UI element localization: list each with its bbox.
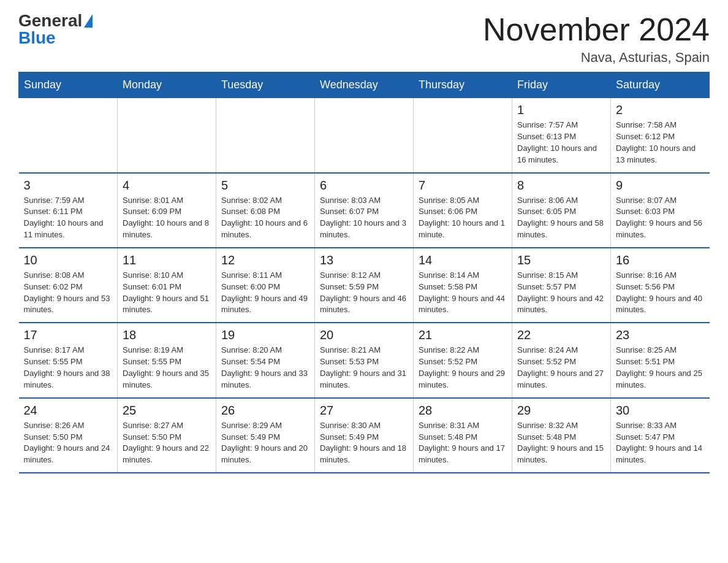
calendar-cell: 1Sunrise: 7:57 AM Sunset: 6:13 PM Daylig… — [512, 98, 611, 173]
day-number: 21 — [419, 328, 507, 342]
day-of-week-header: Monday — [118, 72, 216, 98]
day-info: Sunrise: 8:14 AM Sunset: 5:58 PM Dayligh… — [419, 270, 507, 316]
calendar-week-row: 3Sunrise: 7:59 AM Sunset: 6:11 PM Daylig… — [19, 173, 710, 248]
calendar-cell: 20Sunrise: 8:21 AM Sunset: 5:53 PM Dayli… — [315, 323, 414, 397]
day-number: 15 — [517, 253, 605, 267]
day-info: Sunrise: 8:05 AM Sunset: 6:06 PM Dayligh… — [419, 195, 507, 241]
day-info: Sunrise: 8:29 AM Sunset: 5:49 PM Dayligh… — [221, 420, 309, 466]
day-of-week-header: Wednesday — [315, 72, 414, 98]
day-info: Sunrise: 8:25 AM Sunset: 5:51 PM Dayligh… — [616, 345, 705, 391]
day-number: 19 — [221, 328, 309, 342]
day-info: Sunrise: 7:58 AM Sunset: 6:12 PM Dayligh… — [616, 120, 705, 166]
calendar-cell — [216, 98, 315, 173]
day-number: 24 — [24, 404, 113, 418]
calendar-cell: 25Sunrise: 8:27 AM Sunset: 5:50 PM Dayli… — [118, 398, 216, 473]
calendar-cell: 29Sunrise: 8:32 AM Sunset: 5:48 PM Dayli… — [512, 398, 611, 473]
day-number: 14 — [419, 253, 507, 267]
day-number: 2 — [616, 103, 705, 117]
day-info: Sunrise: 8:12 AM Sunset: 5:59 PM Dayligh… — [320, 270, 408, 316]
calendar-cell: 28Sunrise: 8:31 AM Sunset: 5:48 PM Dayli… — [414, 398, 512, 473]
day-info: Sunrise: 8:17 AM Sunset: 5:55 PM Dayligh… — [24, 345, 113, 391]
calendar-cell: 6Sunrise: 8:03 AM Sunset: 6:07 PM Daylig… — [315, 173, 414, 248]
day-info: Sunrise: 8:07 AM Sunset: 6:03 PM Dayligh… — [616, 195, 705, 241]
calendar-cell: 15Sunrise: 8:15 AM Sunset: 5:57 PM Dayli… — [512, 248, 611, 323]
calendar-cell: 21Sunrise: 8:22 AM Sunset: 5:52 PM Dayli… — [414, 323, 512, 397]
page-header: General Blue November 2024 Nava, Asturia… — [18, 12, 710, 66]
day-info: Sunrise: 8:11 AM Sunset: 6:00 PM Dayligh… — [221, 270, 309, 316]
calendar-cell: 17Sunrise: 8:17 AM Sunset: 5:55 PM Dayli… — [19, 323, 118, 397]
day-of-week-header: Sunday — [19, 72, 118, 98]
day-info: Sunrise: 8:10 AM Sunset: 6:01 PM Dayligh… — [123, 270, 211, 316]
day-info: Sunrise: 8:08 AM Sunset: 6:02 PM Dayligh… — [24, 270, 113, 316]
calendar-cell: 4Sunrise: 8:01 AM Sunset: 6:09 PM Daylig… — [118, 173, 216, 248]
calendar-cell — [414, 98, 512, 173]
day-number: 17 — [24, 328, 113, 342]
calendar-cell: 13Sunrise: 8:12 AM Sunset: 5:59 PM Dayli… — [315, 248, 414, 323]
calendar-cell: 11Sunrise: 8:10 AM Sunset: 6:01 PM Dayli… — [118, 248, 216, 323]
day-info: Sunrise: 8:16 AM Sunset: 5:56 PM Dayligh… — [616, 270, 705, 316]
day-number: 8 — [517, 178, 605, 193]
day-number: 28 — [419, 404, 507, 418]
day-info: Sunrise: 8:21 AM Sunset: 5:53 PM Dayligh… — [320, 345, 408, 391]
days-of-week-row: SundayMondayTuesdayWednesdayThursdayFrid… — [19, 72, 710, 98]
day-number: 12 — [221, 253, 309, 267]
day-number: 30 — [616, 404, 705, 418]
day-number: 25 — [123, 404, 211, 418]
calendar-week-row: 24Sunrise: 8:26 AM Sunset: 5:50 PM Dayli… — [19, 398, 710, 473]
calendar-week-row: 1Sunrise: 7:57 AM Sunset: 6:13 PM Daylig… — [19, 98, 710, 173]
calendar-body: 1Sunrise: 7:57 AM Sunset: 6:13 PM Daylig… — [19, 98, 710, 473]
day-number: 22 — [517, 328, 605, 342]
title-block: November 2024 Nava, Asturias, Spain — [483, 12, 710, 66]
day-of-week-header: Saturday — [611, 72, 710, 98]
calendar-cell: 24Sunrise: 8:26 AM Sunset: 5:50 PM Dayli… — [19, 398, 118, 473]
calendar-week-row: 17Sunrise: 8:17 AM Sunset: 5:55 PM Dayli… — [19, 323, 710, 397]
calendar-cell: 23Sunrise: 8:25 AM Sunset: 5:51 PM Dayli… — [611, 323, 710, 397]
day-number: 26 — [221, 404, 309, 418]
day-of-week-header: Friday — [512, 72, 611, 98]
day-number: 16 — [616, 253, 705, 267]
day-info: Sunrise: 8:27 AM Sunset: 5:50 PM Dayligh… — [123, 420, 211, 466]
page-subtitle: Nava, Asturias, Spain — [483, 50, 710, 66]
day-info: Sunrise: 8:26 AM Sunset: 5:50 PM Dayligh… — [24, 420, 113, 466]
day-info: Sunrise: 7:57 AM Sunset: 6:13 PM Dayligh… — [517, 120, 605, 166]
day-number: 11 — [123, 253, 211, 267]
calendar-cell: 26Sunrise: 8:29 AM Sunset: 5:49 PM Dayli… — [216, 398, 315, 473]
calendar-cell: 8Sunrise: 8:06 AM Sunset: 6:05 PM Daylig… — [512, 173, 611, 248]
day-info: Sunrise: 8:15 AM Sunset: 5:57 PM Dayligh… — [517, 270, 605, 316]
day-number: 1 — [517, 103, 605, 117]
calendar-cell: 30Sunrise: 8:33 AM Sunset: 5:47 PM Dayli… — [611, 398, 710, 473]
calendar-cell: 5Sunrise: 8:02 AM Sunset: 6:08 PM Daylig… — [216, 173, 315, 248]
calendar-cell — [19, 98, 118, 173]
day-info: Sunrise: 8:19 AM Sunset: 5:55 PM Dayligh… — [123, 345, 211, 391]
calendar-cell: 27Sunrise: 8:30 AM Sunset: 5:49 PM Dayli… — [315, 398, 414, 473]
day-info: Sunrise: 8:02 AM Sunset: 6:08 PM Dayligh… — [221, 195, 309, 241]
logo-general-text: General — [18, 12, 82, 29]
calendar-cell: 18Sunrise: 8:19 AM Sunset: 5:55 PM Dayli… — [118, 323, 216, 397]
day-info: Sunrise: 8:06 AM Sunset: 6:05 PM Dayligh… — [517, 195, 605, 241]
calendar-cell: 7Sunrise: 8:05 AM Sunset: 6:06 PM Daylig… — [414, 173, 512, 248]
calendar-week-row: 10Sunrise: 8:08 AM Sunset: 6:02 PM Dayli… — [19, 248, 710, 323]
day-info: Sunrise: 8:32 AM Sunset: 5:48 PM Dayligh… — [517, 420, 605, 466]
logo-blue-text: Blue — [18, 29, 56, 47]
day-of-week-header: Tuesday — [216, 72, 315, 98]
day-number: 29 — [517, 404, 605, 418]
day-info: Sunrise: 8:31 AM Sunset: 5:48 PM Dayligh… — [419, 420, 507, 466]
day-number: 6 — [320, 178, 408, 193]
day-number: 9 — [616, 178, 705, 193]
day-info: Sunrise: 8:03 AM Sunset: 6:07 PM Dayligh… — [320, 195, 408, 241]
day-info: Sunrise: 8:22 AM Sunset: 5:52 PM Dayligh… — [419, 345, 507, 391]
day-info: Sunrise: 8:20 AM Sunset: 5:54 PM Dayligh… — [221, 345, 309, 391]
day-number: 18 — [123, 328, 211, 342]
day-of-week-header: Thursday — [414, 72, 512, 98]
day-info: Sunrise: 7:59 AM Sunset: 6:11 PM Dayligh… — [24, 195, 113, 241]
calendar-cell: 9Sunrise: 8:07 AM Sunset: 6:03 PM Daylig… — [611, 173, 710, 248]
calendar-cell — [118, 98, 216, 173]
day-number: 5 — [221, 178, 309, 193]
calendar-table: SundayMondayTuesdayWednesdayThursdayFrid… — [18, 72, 710, 473]
day-number: 3 — [24, 178, 113, 193]
day-number: 7 — [419, 178, 507, 193]
day-info: Sunrise: 8:33 AM Sunset: 5:47 PM Dayligh… — [616, 420, 705, 466]
calendar-cell: 3Sunrise: 7:59 AM Sunset: 6:11 PM Daylig… — [19, 173, 118, 248]
calendar-cell: 16Sunrise: 8:16 AM Sunset: 5:56 PM Dayli… — [611, 248, 710, 323]
calendar-cell: 12Sunrise: 8:11 AM Sunset: 6:00 PM Dayli… — [216, 248, 315, 323]
